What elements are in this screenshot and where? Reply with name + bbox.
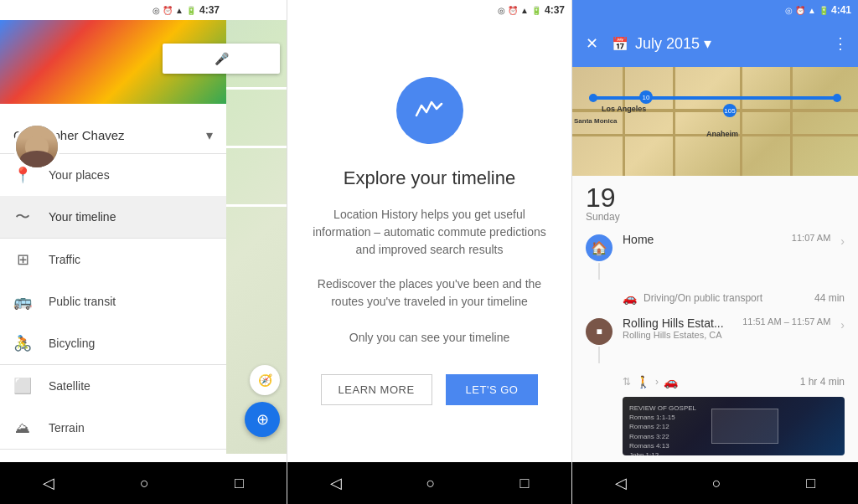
sidebar-menu: 📍 Your places 〜 Your timeline ⊞ Traffic … bbox=[0, 154, 226, 454]
map-label-santa-monica: Santa Monica bbox=[574, 117, 618, 125]
day-name: Sunday bbox=[586, 211, 845, 223]
alarm-status-icon: ⏰ bbox=[508, 6, 518, 15]
status-bar: ◎ ⏰ ▲ 🔋 4:37 bbox=[287, 0, 571, 20]
place-subtitle: Rolling Hills Estates, CA bbox=[623, 330, 732, 340]
bicycling-icon: 🚴 bbox=[13, 334, 32, 352]
panel3-top: ◎ ⏰ ▲ 🔋 4:41 ✕ 📅 July 2015 ▾ ⋮ bbox=[572, 0, 858, 67]
my-location-fab[interactable]: ⊕ bbox=[245, 402, 280, 437]
avatar bbox=[13, 123, 60, 170]
signal-status-icon: ▲ bbox=[520, 6, 529, 15]
panel1-sidebar: Detthorn Park Osage Ave Madrona Ave 🎤 ⊕ … bbox=[0, 0, 287, 504]
mic-icon: 🎤 bbox=[214, 52, 229, 65]
back-button[interactable]: ◁ bbox=[323, 467, 349, 499]
transport-segment: 🚗 Driving/On public transport 44 min bbox=[572, 286, 858, 310]
home-button[interactable]: ○ bbox=[706, 468, 728, 499]
recents-button[interactable]: □ bbox=[799, 468, 822, 499]
recents-button[interactable]: □ bbox=[228, 468, 251, 499]
route-badge: 105 bbox=[723, 104, 737, 117]
place-time: 11:51 AM – 11:57 AM bbox=[742, 316, 830, 327]
day-header: 19 Sunday bbox=[572, 176, 858, 226]
place-title: Home bbox=[623, 233, 782, 246]
timeline-private-note: Only you can see your timeline bbox=[349, 331, 509, 344]
panel3-timeline-detail: ◎ ⏰ ▲ 🔋 4:41 ✕ 📅 July 2015 ▾ ⋮ bbox=[571, 0, 858, 504]
status-time: 4:37 bbox=[545, 4, 565, 16]
timeline-connector bbox=[598, 263, 600, 280]
bottom-navigation: ◁ ○ □ bbox=[0, 462, 287, 504]
map-compass[interactable]: 🧭 bbox=[250, 365, 280, 395]
status-time: 4:41 bbox=[831, 4, 851, 16]
sidebar-item-traffic[interactable]: ⊞ Traffic bbox=[0, 239, 226, 280]
sidebar-item-terrain[interactable]: ⛰ Terrain bbox=[0, 407, 226, 449]
map-label-la: Los Angeles bbox=[602, 105, 646, 113]
transport-label: Driving/On public transport bbox=[644, 292, 762, 304]
status-bar: ◎ ⏰ ▲ 🔋 4:37 bbox=[0, 0, 226, 20]
recents-button[interactable]: □ bbox=[514, 468, 536, 499]
alarm-status-icon: ⏰ bbox=[163, 6, 173, 15]
home-place-icon: 🏠 bbox=[586, 234, 612, 261]
timeline-item-rolling-hills[interactable]: ■ Rolling Hills Estat... Rolling Hills E… bbox=[572, 310, 858, 370]
sidebar-item-satellite[interactable]: ⬜ Satellite bbox=[0, 365, 226, 407]
alarm-status-icon: ⏰ bbox=[795, 6, 805, 15]
route-line bbox=[589, 96, 841, 100]
sidebar-item-google-earth[interactable]: 🌐 Google Earth ⧉ bbox=[0, 450, 226, 454]
route-start bbox=[589, 94, 597, 102]
timeline-item-home[interactable]: 🏠 Home 11:07 AM › bbox=[572, 226, 858, 286]
timeline-event-image: REVIEW OF GOSPELRomans 1:1-15Romans 2:12… bbox=[623, 397, 845, 455]
stop-place-icon: ■ bbox=[586, 318, 612, 345]
sidebar-item-label: Your timeline bbox=[49, 210, 116, 224]
back-button[interactable]: ◁ bbox=[36, 467, 61, 499]
wifi-status-icon: 🔋 bbox=[819, 6, 829, 15]
your-timeline-icon: 〜 bbox=[13, 208, 32, 226]
sidebar-item-public-transit[interactable]: 🚌 Public transit bbox=[0, 280, 226, 322]
transport-arrows-icon: ⇅ bbox=[623, 376, 631, 388]
sidebar-header: Christopher Chavez ▾ bbox=[0, 20, 226, 153]
panel3-header: ✕ 📅 July 2015 ▾ ⋮ bbox=[572, 20, 858, 67]
sidebar-item-label: Bicycling bbox=[49, 337, 95, 350]
avatar-body bbox=[20, 151, 54, 167]
month-selector[interactable]: July 2015 ▾ bbox=[635, 34, 826, 53]
map-label-anaheim: Anaheim bbox=[706, 130, 738, 138]
sidebar-item-label: Terrain bbox=[49, 421, 85, 435]
close-button[interactable]: ✕ bbox=[582, 31, 602, 56]
map-road bbox=[740, 67, 742, 176]
bottom-navigation: ◁ ○ □ bbox=[287, 462, 571, 504]
sidebar-item-label: Your places bbox=[49, 168, 110, 182]
car-icon: 🚗 bbox=[664, 375, 678, 388]
wifi-status-icon: 🔋 bbox=[186, 6, 196, 15]
timeline-item-content: Rolling Hills Estat... Rolling Hills Est… bbox=[623, 316, 732, 340]
sidebar-item-bicycling[interactable]: 🚴 Bicycling bbox=[0, 322, 226, 364]
route-badge: 10 bbox=[639, 90, 653, 104]
home-button[interactable]: ○ bbox=[133, 468, 156, 499]
signal-status-icon: ▲ bbox=[175, 6, 183, 15]
timeline-intro-content: Explore your timeline Location History h… bbox=[287, 20, 571, 462]
sidebar-item-your-timeline[interactable]: 〜 Your timeline bbox=[0, 196, 226, 238]
transport-duration: 1 hr 4 min bbox=[800, 376, 845, 388]
timeline-item-stacked[interactable]: 🍴 Stacked 1:01 PM – 2:25 PM › bbox=[572, 459, 858, 462]
chevron-right-icon: › bbox=[840, 316, 845, 332]
learn-more-button[interactable]: LEARN MORE bbox=[321, 374, 432, 405]
home-button[interactable]: ○ bbox=[420, 468, 442, 499]
status-time: 4:37 bbox=[199, 4, 220, 16]
walk-icon: 🚶 bbox=[636, 375, 650, 388]
sidebar-item-label: Traffic bbox=[49, 253, 80, 266]
timeline-dot-col: 🏠 bbox=[586, 233, 612, 280]
sidebar-item-label: Satellite bbox=[49, 379, 90, 393]
timeline-intro-title: Explore your timeline bbox=[344, 167, 515, 189]
transport-duration: 44 min bbox=[814, 292, 845, 304]
timeline-map: Los Angeles Santa Monica Anaheim 10 105 bbox=[572, 67, 858, 176]
timeline-intro-desc1: Location History helps you get useful in… bbox=[308, 206, 551, 259]
map-road bbox=[673, 67, 675, 176]
timeline-item-content: Home bbox=[623, 233, 782, 246]
location-status-icon: ◎ bbox=[498, 6, 505, 15]
more-options-button[interactable]: ⋮ bbox=[833, 34, 848, 53]
map-search-bar[interactable]: 🎤 bbox=[163, 44, 280, 74]
status-bar: ◎ ⏰ ▲ 🔋 4:41 bbox=[572, 0, 858, 20]
location-icon: ⊕ bbox=[256, 410, 269, 429]
account-dropdown-icon[interactable]: ▾ bbox=[206, 127, 213, 143]
calendar-icon: 📅 bbox=[612, 36, 628, 52]
timeline-events-list: 19 Sunday 🏠 Home 11:07 AM › 🚗 Driving/On… bbox=[572, 176, 858, 462]
signal-status-icon: ▲ bbox=[808, 6, 816, 15]
back-button[interactable]: ◁ bbox=[608, 467, 633, 499]
lets-go-button[interactable]: LET'S GO bbox=[446, 374, 539, 405]
sidebar-item-label: Public transit bbox=[49, 295, 116, 308]
